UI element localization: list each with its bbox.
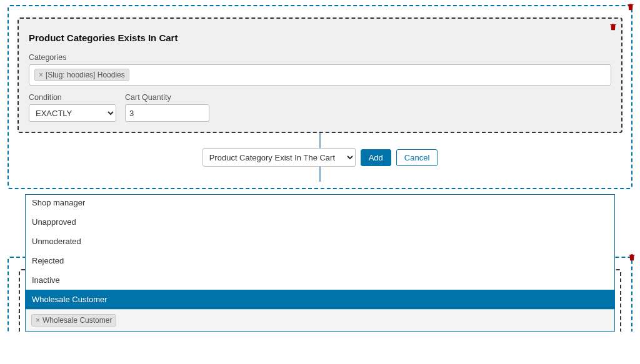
connector-line — [319, 167, 321, 182]
condition-type-select[interactable]: Product Category Exist In The Cart — [202, 148, 356, 167]
condition-group: Product Categories Exists In Cart Catego… — [8, 5, 632, 189]
role-option-inactive[interactable]: Inactive — [26, 270, 614, 290]
remove-tag-button[interactable]: × — [39, 71, 43, 79]
cart-quantity-label: Cart Quantity — [125, 93, 209, 102]
categories-label: Categories — [29, 53, 611, 62]
remove-tag-button[interactable]: × — [36, 316, 40, 325]
condition-label: Condition — [29, 93, 116, 102]
category-tag-label: [Slug: hoodies] Hoodies — [46, 71, 125, 79]
role-selected-tag: × Wholesale Customer — [31, 314, 116, 327]
role-selected-bar: × Wholesale Customer — [26, 309, 614, 331]
delete-block-button[interactable] — [609, 22, 618, 31]
cart-quantity-input[interactable] — [125, 104, 209, 122]
role-option-unapproved[interactable]: Unapproved — [26, 212, 614, 232]
role-selected-tag-label: Wholesale Customer — [42, 316, 112, 325]
role-option-shop-manager[interactable]: Shop manager — [26, 195, 614, 212]
add-condition-row: Product Category Exist In The Cart Add C… — [18, 148, 622, 167]
role-option-wholesale-customer[interactable]: Wholesale Customer — [26, 290, 614, 309]
connector-line — [319, 133, 321, 148]
condition-block: Product Categories Exists In Cart Catego… — [18, 17, 622, 133]
role-option-rejected[interactable]: Rejected — [26, 251, 614, 270]
role-option-unmoderated[interactable]: Unmoderated — [26, 232, 614, 251]
role-dropdown: Shop manager Unapproved Unmoderated Reje… — [25, 194, 615, 332]
role-dropdown-list[interactable]: Shop manager Unapproved Unmoderated Reje… — [26, 195, 614, 309]
delete-group-button[interactable] — [626, 2, 635, 11]
block-title: Product Categories Exists In Cart — [29, 32, 611, 43]
delete-group-button[interactable] — [628, 253, 636, 262]
categories-multiselect[interactable]: × [Slug: hoodies] Hoodies — [29, 64, 611, 86]
add-button[interactable]: Add — [361, 149, 391, 166]
cancel-button[interactable]: Cancel — [396, 149, 438, 166]
category-tag: × [Slug: hoodies] Hoodies — [34, 69, 129, 81]
condition-select[interactable]: EXACTLY — [29, 104, 116, 122]
